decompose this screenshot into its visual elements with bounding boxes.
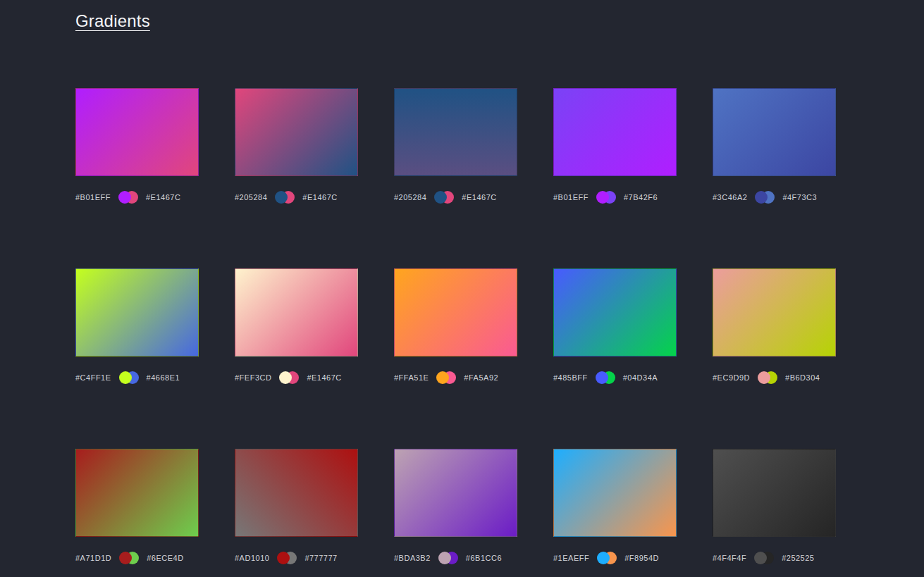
gradient-swatch[interactable] bbox=[713, 449, 836, 537]
gradient-label: #B01EFF #7B42F6 bbox=[553, 191, 677, 204]
gradient-start-hex: #B01EFF bbox=[553, 193, 589, 201]
gradient-card: #FFA51E #FA5A92 bbox=[394, 268, 517, 384]
gradient-end-hex: #6ECE4D bbox=[147, 554, 183, 562]
gradient-end-hex: #E1467C bbox=[462, 193, 496, 201]
start-color-dot-icon bbox=[758, 371, 770, 384]
color-pair-icon bbox=[275, 191, 295, 204]
color-pair-icon bbox=[596, 371, 615, 384]
gradient-card: #485BFF #04D34A bbox=[553, 268, 677, 384]
color-pair-icon bbox=[118, 191, 138, 204]
gradient-swatch[interactable] bbox=[553, 449, 677, 537]
gradient-start-hex: #B01EFF bbox=[75, 193, 111, 201]
gradient-end-hex: #252525 bbox=[782, 554, 814, 562]
color-pair-icon bbox=[119, 371, 139, 384]
gradient-swatch[interactable] bbox=[553, 268, 677, 356]
gradient-start-hex: #3C46A2 bbox=[713, 193, 747, 201]
gradient-end-hex: #E1467C bbox=[302, 193, 337, 201]
gradient-swatch[interactable] bbox=[75, 268, 199, 356]
gradient-start-hex: #A71D1D bbox=[75, 554, 111, 562]
gradient-swatch[interactable] bbox=[713, 88, 836, 176]
gradient-card: #4F4F4F #252525 bbox=[713, 449, 836, 564]
gradient-start-hex: #485BFF bbox=[553, 373, 588, 382]
gradient-label: #A71D1D #6ECE4D bbox=[75, 552, 199, 564]
gradient-end-hex: #4F73C3 bbox=[782, 193, 817, 201]
gradient-start-hex: #205284 bbox=[235, 193, 267, 201]
gradient-card: #AD1010 #777777 bbox=[235, 449, 358, 564]
gradient-label: #EC9D9D #B6D304 bbox=[713, 371, 836, 384]
gradient-card: #205284 #E1467C bbox=[394, 88, 517, 204]
color-pair-icon bbox=[755, 191, 775, 204]
gradient-card: #C4FF1E #4668E1 bbox=[75, 268, 199, 384]
gradient-card: #1EAEFF #F8954D bbox=[553, 449, 677, 564]
gradient-swatch[interactable] bbox=[394, 268, 517, 356]
gradient-start-hex: #BDA3B2 bbox=[394, 554, 431, 562]
gradient-end-hex: #7B42F6 bbox=[624, 193, 658, 201]
color-pair-icon bbox=[597, 552, 617, 564]
gradient-start-hex: #1EAEFF bbox=[553, 554, 589, 562]
gradient-end-hex: #B6D304 bbox=[785, 373, 820, 382]
gradient-swatch[interactable] bbox=[553, 88, 677, 176]
gradient-start-hex: #4F4F4F bbox=[713, 554, 746, 562]
gradient-label: #BDA3B2 #6B1CC6 bbox=[394, 552, 517, 564]
gradient-swatch[interactable] bbox=[235, 88, 358, 176]
color-pair-icon bbox=[758, 371, 777, 384]
gradient-swatch[interactable] bbox=[75, 449, 199, 537]
gradient-card: #B01EFF #7B42F6 bbox=[553, 88, 677, 204]
color-pair-icon bbox=[434, 191, 454, 204]
color-pair-icon bbox=[436, 371, 456, 384]
gradient-label: #C4FF1E #4668E1 bbox=[75, 371, 199, 384]
gradient-label: #4F4F4F #252525 bbox=[713, 552, 836, 564]
gradient-swatch[interactable] bbox=[235, 268, 358, 356]
color-pair-icon bbox=[119, 552, 139, 564]
start-color-dot-icon bbox=[596, 191, 609, 204]
gradient-end-hex: #4668E1 bbox=[147, 373, 180, 382]
color-pair-icon bbox=[279, 371, 299, 384]
gradient-card: #B01EFF #E1467C bbox=[75, 88, 199, 204]
gradient-label: #205284 #E1467C bbox=[394, 191, 517, 204]
gradient-card: #A71D1D #6ECE4D bbox=[75, 449, 199, 564]
gradient-swatch[interactable] bbox=[235, 449, 358, 537]
gradient-card: #3C46A2 #4F73C3 bbox=[713, 88, 836, 204]
gradient-end-hex: #E1467C bbox=[146, 193, 180, 201]
gradient-swatch[interactable] bbox=[394, 88, 517, 176]
page-content: Gradients #B01EFF #E1467C #205284 #E1467… bbox=[0, 0, 924, 564]
gradient-card: #205284 #E1467C bbox=[235, 88, 358, 204]
start-color-dot-icon bbox=[119, 371, 132, 384]
gradient-start-hex: #FFA51E bbox=[394, 373, 429, 382]
gradient-start-hex: #EC9D9D bbox=[713, 373, 750, 382]
gradient-swatch[interactable] bbox=[75, 88, 199, 176]
start-color-dot-icon bbox=[438, 552, 451, 564]
gradient-label: #AD1010 #777777 bbox=[235, 552, 358, 564]
page-title: Gradients bbox=[75, 11, 150, 31]
color-pair-icon bbox=[596, 191, 616, 204]
gradient-card: #EC9D9D #B6D304 bbox=[713, 268, 836, 384]
gradient-start-hex: #AD1010 bbox=[235, 554, 269, 562]
gradient-card: #FEF3CD #E1467C bbox=[235, 268, 358, 384]
gradient-label: #B01EFF #E1467C bbox=[75, 191, 199, 204]
gradient-label: #1EAEFF #F8954D bbox=[553, 552, 677, 564]
gradient-label: #FEF3CD #E1467C bbox=[235, 371, 358, 384]
gradient-start-hex: #FEF3CD bbox=[235, 373, 271, 382]
color-pair-icon bbox=[438, 552, 458, 564]
gradient-start-hex: #205284 bbox=[394, 193, 426, 201]
gradient-label: #3C46A2 #4F73C3 bbox=[713, 191, 836, 204]
gradient-grid: #B01EFF #E1467C #205284 #E1467C #205284 bbox=[75, 88, 924, 564]
gradient-end-hex: #777777 bbox=[304, 554, 337, 562]
gradient-card: #BDA3B2 #6B1CC6 bbox=[394, 449, 517, 564]
start-color-dot-icon bbox=[118, 191, 131, 204]
start-color-dot-icon bbox=[596, 371, 608, 384]
color-pair-icon bbox=[277, 552, 297, 564]
gradient-label: #485BFF #04D34A bbox=[553, 371, 677, 384]
gradient-end-hex: #E1467C bbox=[307, 373, 341, 382]
gradient-end-hex: #6B1CC6 bbox=[466, 554, 502, 562]
gradient-label: #205284 #E1467C bbox=[235, 191, 358, 204]
gradient-label: #FFA51E #FA5A92 bbox=[394, 371, 517, 384]
gradient-end-hex: #04D34A bbox=[623, 373, 658, 382]
gradient-end-hex: #F8954D bbox=[624, 554, 659, 562]
gradient-swatch[interactable] bbox=[394, 449, 517, 537]
gradient-end-hex: #FA5A92 bbox=[464, 373, 498, 382]
gradient-swatch[interactable] bbox=[713, 268, 836, 356]
gradient-start-hex: #C4FF1E bbox=[75, 373, 111, 382]
color-pair-icon bbox=[754, 552, 774, 564]
